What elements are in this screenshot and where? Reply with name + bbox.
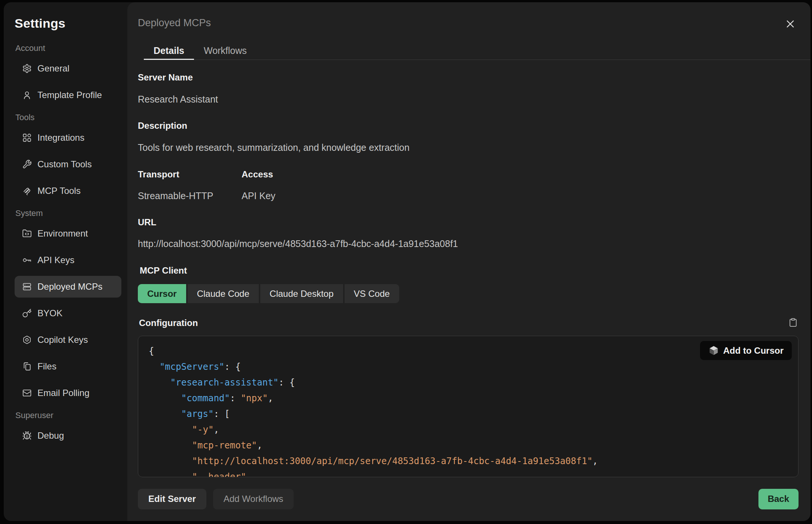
user-icon <box>22 90 32 100</box>
server-icon <box>22 282 32 292</box>
close-button[interactable] <box>783 17 798 32</box>
settings-title: Settings <box>15 15 121 31</box>
client-button-vs-code[interactable]: VS Code <box>345 284 399 303</box>
mail-icon <box>22 388 32 398</box>
sidebar-item-integrations[interactable]: Integrations <box>15 127 121 149</box>
close-icon <box>785 19 796 31</box>
url-label: URL <box>138 216 799 229</box>
sidebar-item-label: Custom Tools <box>37 159 92 170</box>
description-value: Tools for web research, summarization, a… <box>138 141 799 154</box>
sidebar-item-byok[interactable]: BYOK <box>15 302 121 324</box>
page-title: Deployed MCPs <box>138 16 799 29</box>
cursor-logo-icon <box>708 345 719 356</box>
copy-button[interactable] <box>787 317 799 329</box>
sidebar-item-label: Files <box>37 361 57 372</box>
key-diagonal-icon <box>22 308 32 318</box>
main-header: Deployed MCPs DetailsWorkflows <box>127 2 811 60</box>
client-button-cursor[interactable]: Cursor <box>138 284 186 303</box>
folder-code-icon <box>22 229 32 238</box>
sidebar-item-label: BYOK <box>37 308 63 319</box>
server-name-label: Server Name <box>138 71 799 84</box>
description-label: Description <box>138 119 799 132</box>
sidebar-item-label: Integrations <box>37 132 84 143</box>
tab-details[interactable]: Details <box>144 43 194 60</box>
tab-bar: DetailsWorkflows <box>144 43 811 60</box>
wrench-icon <box>22 159 32 169</box>
clipboard-icon <box>788 318 798 329</box>
files-icon <box>22 362 32 371</box>
transport-label: Transport <box>138 168 242 181</box>
server-name-value: Research Assistant <box>138 93 799 106</box>
sidebar-item-label: Environment <box>37 228 88 239</box>
url-value: http://localhost:3000/api/mcp/serve/4853… <box>138 237 799 250</box>
main-panel: Deployed MCPs DetailsWorkflows Server Na… <box>127 2 811 521</box>
add-workflows-button[interactable]: Add Workflows <box>213 489 294 509</box>
sidebar-item-debug[interactable]: Debug <box>15 425 121 447</box>
footer: Edit Server Add Workflows Back <box>127 480 811 521</box>
bug-icon <box>22 431 32 441</box>
sidebar-item-deployed-mcps[interactable]: Deployed MCPs <box>15 276 121 298</box>
sidebar-item-label: Debug <box>37 430 64 441</box>
settings-modal: Settings AccountGeneralTemplate ProfileT… <box>4 2 811 521</box>
gear-icon <box>22 64 32 73</box>
hexagon-icon <box>22 335 32 345</box>
client-button-claude-code[interactable]: Claude Code <box>188 284 259 303</box>
configuration-json: { "mcpServers": { "research-assistant": … <box>138 336 798 477</box>
sidebar-item-api-keys[interactable]: API Keys <box>15 249 121 271</box>
sidebar-item-email-polling[interactable]: Email Polling <box>15 382 121 404</box>
sidebar-item-label: Email Polling <box>37 388 90 398</box>
mcp-client-switcher: CursorClaude CodeClaude DesktopVS Code <box>138 284 799 303</box>
sidebar-section-superuser: Superuser <box>15 410 121 421</box>
sidebar-item-environment[interactable]: Environment <box>15 223 121 244</box>
sidebar-item-label: Copilot Keys <box>37 335 88 345</box>
sidebar-item-label: General <box>37 63 69 74</box>
sidebar: Settings AccountGeneralTemplate ProfileT… <box>4 2 127 521</box>
sidebar-item-label: Deployed MCPs <box>37 281 102 292</box>
client-button-claude-desktop[interactable]: Claude Desktop <box>260 284 343 303</box>
access-value: API Key <box>242 189 275 202</box>
sidebar-item-mcp-tools[interactable]: MCP Tools <box>15 180 121 202</box>
edit-server-button[interactable]: Edit Server <box>138 489 206 509</box>
sidebar-section-system: System <box>15 208 121 219</box>
sidebar-item-custom-tools[interactable]: Custom Tools <box>15 153 121 175</box>
mcp-icon <box>22 186 32 196</box>
tab-workflows[interactable]: Workflows <box>194 43 257 60</box>
sidebar-item-template-profile[interactable]: Template Profile <box>15 84 121 106</box>
configuration-label: Configuration <box>139 317 198 329</box>
sidebar-item-copilot-keys[interactable]: Copilot Keys <box>15 329 121 351</box>
configuration-code-block: { "mcpServers": { "research-assistant": … <box>138 336 799 477</box>
key-icon <box>22 255 32 265</box>
back-button[interactable]: Back <box>758 489 799 509</box>
sidebar-section-tools: Tools <box>15 112 121 123</box>
sidebar-item-label: MCP Tools <box>37 186 81 196</box>
sidebar-item-label: Template Profile <box>37 90 102 100</box>
sidebar-item-files[interactable]: Files <box>15 356 121 377</box>
sidebar-section-account: Account <box>15 43 121 54</box>
sidebar-item-general[interactable]: General <box>15 58 121 79</box>
access-label: Access <box>242 168 275 181</box>
sidebar-item-label: API Keys <box>37 255 75 265</box>
details-content: Server Name Research Assistant Descripti… <box>127 60 811 480</box>
grid-icon <box>22 133 32 143</box>
transport-value: Streamable-HTTP <box>138 189 242 202</box>
add-to-cursor-label: Add to Cursor <box>723 345 784 356</box>
add-to-cursor-button[interactable]: Add to Cursor <box>700 341 792 360</box>
mcp-client-label: MCP Client <box>140 264 799 277</box>
sidebar-nav: AccountGeneralTemplate ProfileToolsInteg… <box>15 43 121 447</box>
